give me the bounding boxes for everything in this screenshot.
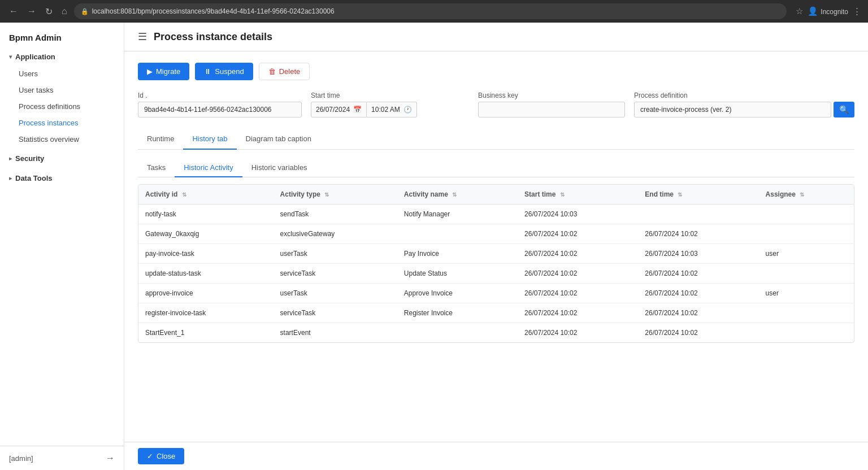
date-input[interactable]: 26/07/2024 📅 [311,102,367,118]
calendar-icon: 📅 [353,106,362,114]
table-body: notify-task sendTask Notify Manager 26/0… [138,204,854,343]
cell-start-time-6: 26/07/2024 10:02 [518,323,638,343]
suspend-button[interactable]: ⏸ Suspend [195,63,253,80]
tab-tasks[interactable]: Tasks [138,159,175,177]
menu-button[interactable]: ⋮ [853,6,861,16]
application-section-header[interactable]: ▾ Application [0,48,124,66]
cell-activity-name-4: Approve Invoice [397,284,518,303]
app-layout: Bpmn Admin ▾ Application Users User task… [0,23,868,470]
col-activity-type[interactable]: Activity type ⇅ [274,185,397,204]
incognito-button[interactable]: 👤 Incognito [808,6,848,16]
forward-button[interactable]: → [25,4,38,19]
id-field-group: Id . [138,92,302,118]
cell-start-time-4: 26/07/2024 10:02 [518,284,638,303]
cell-assignee-6 [759,323,854,343]
col-activity-id[interactable]: Activity id ⇅ [138,185,274,204]
col-activity-type-label: Activity type [280,190,320,198]
browser-actions: ☆ 👤 Incognito ⋮ [796,6,861,16]
business-key-input[interactable] [478,102,625,118]
cell-activity-type-3: serviceTask [274,264,397,284]
security-section-header[interactable]: ▸ Security [0,150,124,167]
id-label: Id . [138,92,302,99]
main-content: ☰ Process instance details ▶ Migrate ⏸ S… [124,23,868,470]
sidebar-item-user-tasks[interactable]: User tasks [0,82,124,98]
delete-button[interactable]: 🗑 Delete [259,63,310,80]
cell-assignee-3 [759,264,854,284]
sidebar-item-statistics-overview-label: Statistics overview [19,135,79,143]
historic-activity-table: Activity id ⇅ Activity type ⇅ Activity n… [138,185,854,342]
cell-start-time-0: 26/07/2024 10:03 [518,204,638,224]
bookmark-button[interactable]: ☆ [796,6,803,16]
sidebar-item-process-instances[interactable]: Process instances [0,115,124,131]
back-button[interactable]: ← [7,4,20,19]
footer-user-label: [admin] [9,454,33,463]
tab-runtime[interactable]: Runtime [138,129,183,150]
col-activity-name-sort-icon: ⇅ [452,192,457,198]
logout-button[interactable]: → [106,453,115,463]
security-section: ▸ Security [0,150,124,167]
cell-end-time-4: 26/07/2024 10:02 [638,284,758,303]
close-checkmark-icon: ✓ [147,452,153,460]
col-assignee-label: Assignee [766,190,796,198]
sidebar-item-statistics-overview[interactable]: Statistics overview [0,131,124,147]
url-bar[interactable]: 🔒 localhost:8081/bpm/processinstances/9b… [74,3,787,19]
migrate-button[interactable]: ▶ Migrate [138,63,189,80]
application-chevron-icon: ▾ [9,54,12,60]
tab-historic-activity[interactable]: Historic Activity [175,159,242,177]
time-value: 10:02 AM [371,106,400,114]
url-text: localhost:8081/bpm/processinstances/9bad… [92,7,335,15]
col-end-time[interactable]: End time ⇅ [638,185,758,204]
cell-activity-type-5: serviceTask [274,303,397,323]
content-area: ▶ Migrate ⏸ Suspend 🗑 Delete Id . [124,51,868,442]
col-activity-name-label: Activity name [404,190,448,198]
migrate-icon: ▶ [147,67,153,76]
cell-assignee-4: user [759,284,854,303]
col-end-time-sort-icon: ⇅ [678,192,682,198]
process-def-input[interactable] [634,102,831,118]
tab-historic-activity-label: Historic Activity [184,163,233,172]
col-assignee[interactable]: Assignee ⇅ [759,185,854,204]
tab-historic-variables-label: Historic variables [251,163,307,172]
cell-activity-name-0: Notify Manager [397,204,518,224]
cell-end-time-0 [638,204,758,224]
sidebar-item-user-tasks-label: User tasks [19,86,53,94]
hamburger-button[interactable]: ☰ [138,31,147,43]
cell-end-time-6: 26/07/2024 10:02 [638,323,758,343]
home-button[interactable]: ⌂ [59,4,70,19]
lock-icon: 🔒 [81,8,89,15]
sidebar-item-process-definitions-label: Process definitions [19,102,80,111]
tab-history[interactable]: History tab [183,129,236,150]
table-row: register-invoice-task serviceTask Regist… [138,303,854,323]
data-tools-section: ▸ Data Tools [0,169,124,187]
reload-button[interactable]: ↻ [43,4,55,19]
table-row: StartEvent_1 startEvent 26/07/2024 10:02… [138,323,854,343]
col-activity-name[interactable]: Activity name ⇅ [397,185,518,204]
tab-diagram[interactable]: Diagram tab caption [237,129,320,150]
sidebar-footer: [admin] → [0,446,124,470]
incognito-icon: 👤 [808,6,818,16]
cell-activity-id-4: approve-invoice [138,284,274,303]
action-buttons: ▶ Migrate ⏸ Suspend 🗑 Delete [138,63,854,80]
sidebar-item-process-definitions[interactable]: Process definitions [0,98,124,115]
process-def-search-button[interactable]: 🔍 [834,102,854,118]
tab-historic-variables[interactable]: Historic variables [242,159,316,177]
sidebar-item-users[interactable]: Users [0,66,124,82]
tab-tasks-label: Tasks [147,163,166,172]
clock-icon: 🕐 [403,106,412,114]
page-title: Process instance details [154,31,272,43]
cell-activity-type-0: sendTask [274,204,397,224]
cell-start-time-2: 26/07/2024 10:02 [518,244,638,264]
application-section: ▾ Application Users User tasks Process d… [0,48,124,147]
cell-activity-name-1 [397,224,518,244]
time-input[interactable]: 10:02 AM 🕐 [367,102,417,118]
process-def-row: 🔍 [634,102,854,118]
cell-end-time-5: 26/07/2024 10:02 [638,303,758,323]
data-tools-section-header[interactable]: ▸ Data Tools [0,169,124,187]
business-key-label: Business key [478,92,625,99]
cell-activity-name-3: Update Status [397,264,518,284]
id-input[interactable] [138,102,302,118]
cell-end-time-2: 26/07/2024 10:03 [638,244,758,264]
close-button[interactable]: ✓ Close [138,448,184,464]
col-start-time[interactable]: Start time ⇅ [518,185,638,204]
cell-start-time-5: 26/07/2024 10:02 [518,303,638,323]
